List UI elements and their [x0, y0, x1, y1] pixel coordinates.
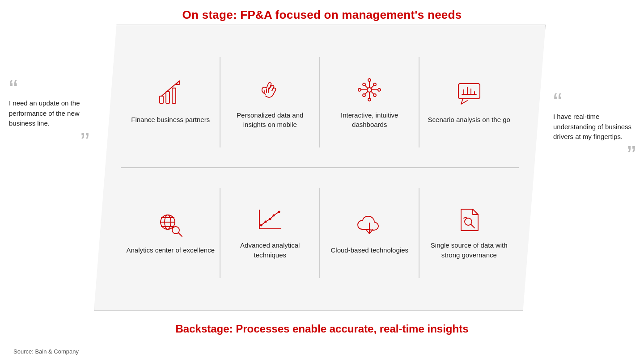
cell-label-scenario: Scenario analysis on the go [428, 115, 510, 125]
cell-scenario-analysis: Scenario analysis on the go [419, 38, 519, 167]
svg-rect-1 [166, 92, 169, 103]
cell-personalized-data: Personalized data and insights on mobile [220, 38, 320, 167]
left-close-quote: ” [9, 129, 89, 156]
left-quote-block: “ I need an update on the performance of… [9, 76, 89, 156]
cell-label-cloud: Cloud-based technologies [331, 245, 408, 255]
svg-point-41 [269, 218, 271, 220]
right-close-quote: ” [553, 142, 636, 169]
cell-label-personalized: Personalized data and insights on mobile [226, 110, 315, 130]
source-text: Source: Bain & Company [13, 348, 79, 355]
svg-line-46 [471, 224, 475, 228]
svg-line-21 [371, 85, 374, 88]
svg-rect-24 [458, 84, 480, 99]
circuit-dash-icon [355, 76, 384, 104]
cell-label-interactive: Interactive, intuitive dashboards [325, 110, 414, 130]
svg-line-36 [178, 233, 182, 236]
svg-line-22 [365, 91, 368, 94]
cell-label-advanced: Advanced analytical techniques [226, 240, 315, 260]
svg-point-39 [260, 224, 262, 227]
page-title: On stage: FP&A focused on management's n… [0, 0, 644, 22]
cell-label-analytics: Analytics center of excellence [126, 245, 215, 255]
main-diagram: Finance business partners Personalized d… [94, 25, 546, 311]
svg-point-42 [272, 215, 275, 217]
cell-single-source: Single source of data with strong govern… [419, 168, 519, 298]
cell-analytics-center: Analytics center of excellence [121, 168, 220, 298]
svg-line-3 [161, 81, 179, 96]
chart-arrow-icon [156, 80, 185, 109]
grid-content: Finance business partners Personalized d… [121, 38, 519, 297]
cell-interactive-dashboards: Interactive, intuitive dashboards [320, 38, 419, 167]
svg-point-7 [358, 88, 361, 91]
analytics-chart-icon [256, 206, 284, 234]
svg-rect-0 [160, 96, 163, 103]
svg-point-43 [278, 211, 280, 213]
doc-search-icon [455, 206, 483, 234]
svg-line-23 [371, 91, 374, 94]
cell-cloud-technologies: Cloud-based technologies [320, 168, 419, 298]
bottom-title: Backstage: Processes enable accurate, re… [0, 323, 644, 335]
left-quote-text: I need an update on the performance of t… [9, 98, 89, 129]
chat-analysis-icon [455, 80, 483, 109]
cell-label-single-source: Single source of data with strong govern… [425, 240, 514, 260]
right-quote-text: I have real-time understanding of busine… [553, 112, 636, 142]
cloud-tech-icon [355, 210, 384, 239]
mobile-data-icon [256, 76, 284, 104]
cell-finance-business-partners: Finance business partners [121, 38, 220, 167]
svg-point-40 [264, 221, 267, 223]
svg-line-20 [365, 85, 368, 88]
cell-advanced-analytical: Advanced analytical techniques [220, 168, 320, 298]
cell-label-finance: Finance business partners [131, 115, 210, 125]
right-quote-block: “ I have real-time understanding of busi… [553, 89, 636, 169]
svg-rect-2 [172, 88, 176, 103]
globe-search-icon [156, 210, 185, 239]
svg-point-9 [378, 88, 381, 91]
